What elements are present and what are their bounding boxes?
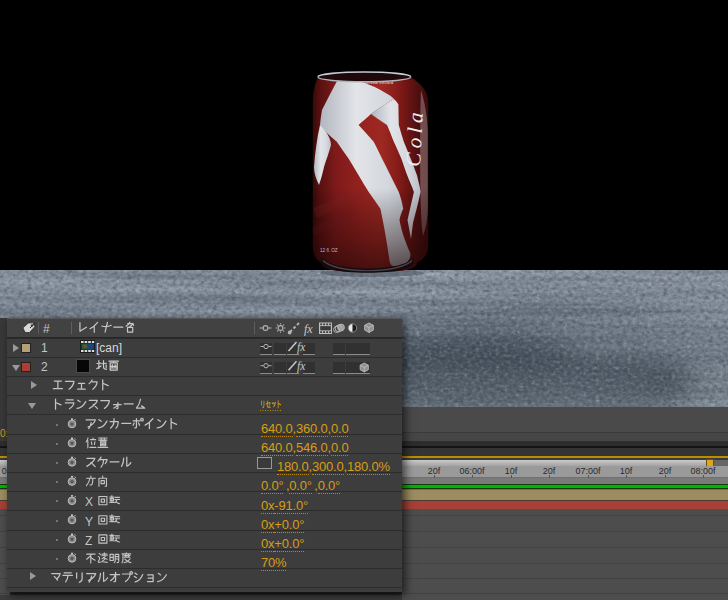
svg-text:Cola: Cola — [401, 107, 428, 167]
svg-text:12 fl. OZ: 12 fl. OZ — [320, 248, 338, 253]
